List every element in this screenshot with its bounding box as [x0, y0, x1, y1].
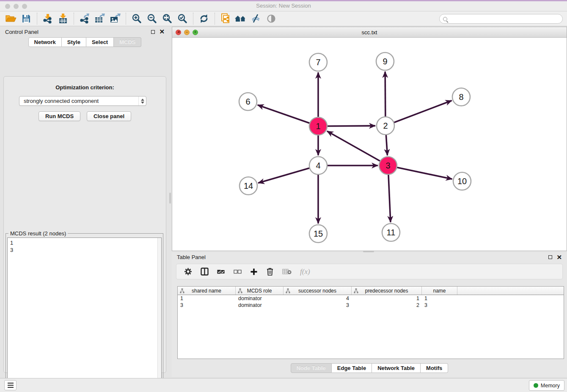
- export-table-icon[interactable]: [92, 12, 107, 25]
- graph-edge-1-6[interactable]: [258, 105, 318, 126]
- import-network-icon[interactable]: [40, 12, 55, 25]
- tab-node-table[interactable]: Node Table: [291, 363, 332, 373]
- tab-select[interactable]: Select: [86, 37, 114, 47]
- column-header-successor-nodes[interactable]: successor nodes: [284, 287, 352, 295]
- task-history-button[interactable]: [4, 380, 17, 390]
- close-panel-button[interactable]: Close panel: [87, 111, 131, 121]
- task-list-icon: [8, 383, 14, 388]
- save-session-icon[interactable]: [19, 12, 34, 25]
- zoom-selected-icon[interactable]: [175, 12, 190, 25]
- graph-node-label-8: 8: [459, 92, 463, 102]
- show-all-icon[interactable]: [264, 12, 279, 25]
- graph-node-label-4: 4: [316, 161, 320, 170]
- table-cell[interactable]: 1: [422, 295, 457, 301]
- show-columns-icon[interactable]: [201, 268, 209, 276]
- table-cell[interactable]: dominator: [236, 295, 284, 301]
- mcds-panel: Optimization criterion: strongly connect…: [3, 76, 166, 373]
- column-header-name[interactable]: name: [422, 287, 457, 295]
- network-window-title: scc.txt: [362, 29, 377, 36]
- tab-network-table[interactable]: Network Table: [372, 363, 421, 373]
- column-header-MCDS-role[interactable]: MCDS role: [236, 287, 284, 295]
- minimize-window-icon[interactable]: −: [184, 30, 190, 35]
- tab-edge-table[interactable]: Edge Table: [332, 363, 372, 373]
- float-panel-icon[interactable]: [151, 30, 155, 34]
- clone-network-icon[interactable]: [218, 12, 233, 25]
- table-cell[interactable]: 2: [352, 302, 422, 308]
- table-settings-icon[interactable]: [184, 268, 192, 276]
- table-cell[interactable]: 3: [284, 302, 352, 308]
- table-row[interactable]: 1dominator411: [178, 295, 564, 302]
- close-table-panel-icon[interactable]: ✕: [556, 255, 562, 259]
- column-header-filler: [457, 287, 564, 295]
- vertical-split-handle[interactable]: [169, 193, 171, 204]
- graph-node-label-15: 15: [314, 229, 323, 238]
- node-table-body: 1dominator4113dominator323: [178, 295, 564, 309]
- mcds-result-area[interactable]: 1 3: [7, 237, 162, 392]
- function-builder-icon: f(x): [300, 268, 310, 276]
- zoom-in-icon[interactable]: [129, 12, 144, 25]
- zoom-fit-icon[interactable]: [160, 12, 175, 25]
- select-all-rows-icon[interactable]: [217, 269, 225, 275]
- memory-button[interactable]: Memory: [529, 380, 564, 391]
- result-scrollbar[interactable]: [157, 238, 161, 392]
- tab-style[interactable]: Style: [62, 37, 86, 47]
- table-panel: Table Panel ✕ f(x) shared nameMCDS rol: [172, 252, 567, 377]
- column-header-predecessor-nodes[interactable]: predecessor nodes: [352, 287, 422, 295]
- network-window-titlebar[interactable]: ✕ − + scc.txt: [172, 27, 567, 38]
- optimization-criterion-select[interactable]: strongly connected component: [19, 96, 146, 106]
- add-row-icon[interactable]: [250, 268, 258, 276]
- table-cell[interactable]: dominator: [236, 302, 284, 308]
- search-icon: [443, 17, 447, 21]
- graph-edge-3-10[interactable]: [388, 166, 452, 179]
- zoom-out-icon[interactable]: [144, 12, 160, 25]
- tab-mcds[interactable]: MCDS: [114, 37, 141, 47]
- column-header-shared-name[interactable]: shared name: [178, 287, 236, 295]
- table-cell[interactable]: 1: [178, 295, 236, 301]
- node-table-header: shared nameMCDS rolesuccessor nodesprede…: [178, 287, 564, 295]
- deselect-all-rows-icon[interactable]: [234, 269, 242, 275]
- hide-selected-icon[interactable]: [248, 12, 264, 25]
- graph-node-label-7: 7: [316, 58, 320, 67]
- graph-node-label-3: 3: [385, 161, 390, 170]
- import-table-icon[interactable]: [55, 12, 71, 25]
- tab-motifs[interactable]: Motifs: [421, 363, 448, 373]
- graph-edge-3-1[interactable]: [327, 131, 388, 166]
- table-cell[interactable]: 3: [178, 302, 236, 308]
- graph-edge-2-8[interactable]: [385, 101, 452, 126]
- close-panel-icon[interactable]: ✕: [159, 30, 165, 34]
- session-title: Session: New Session: [0, 3, 567, 9]
- node-table: shared nameMCDS rolesuccessor nodesprede…: [177, 286, 564, 359]
- graph-node-label-2: 2: [383, 121, 388, 130]
- graph-node-label-14: 14: [244, 181, 253, 190]
- home-icon[interactable]: [233, 12, 248, 25]
- search-field[interactable]: [447, 16, 562, 22]
- refresh-layout-icon[interactable]: [196, 12, 212, 25]
- run-mcds-button[interactable]: Run MCDS: [39, 111, 80, 121]
- maximize-window-icon[interactable]: +: [193, 30, 198, 35]
- open-session-icon[interactable]: [3, 12, 19, 25]
- table-cell[interactable]: 1: [352, 295, 422, 301]
- tab-network[interactable]: Network: [28, 37, 62, 47]
- export-image-icon[interactable]: [107, 12, 123, 25]
- table-cell[interactable]: 4: [284, 295, 352, 301]
- dropdown-stepper-icon: [138, 97, 146, 105]
- graph-node-label-9: 9: [383, 57, 387, 66]
- graph-node-label-6: 6: [245, 97, 250, 106]
- export-network-icon[interactable]: [77, 12, 92, 25]
- table-row[interactable]: 3dominator323: [178, 302, 564, 309]
- float-table-panel-icon[interactable]: [548, 255, 552, 259]
- table-cell[interactable]: 3: [422, 302, 457, 308]
- memory-label: Memory: [541, 383, 560, 389]
- network-canvas-svg[interactable]: 7968124314101511: [172, 38, 567, 251]
- search-input[interactable]: [439, 14, 563, 24]
- control-panel: Control Panel ✕ NetworkStyleSelectMCDS O…: [0, 26, 170, 378]
- delete-row-icon[interactable]: [266, 268, 274, 276]
- table-toolbar: f(x): [176, 264, 563, 279]
- delete-table-icon: [282, 268, 292, 275]
- control-panel-tabs: NetworkStyleSelectMCDS: [0, 37, 170, 47]
- close-window-icon[interactable]: ✕: [176, 30, 181, 35]
- table-tabs: Node TableEdge TableNetwork TableMotifs: [172, 363, 567, 373]
- status-bar: Memory: [0, 378, 567, 392]
- graph-node-label-1: 1: [316, 121, 320, 131]
- control-panel-title: Control Panel: [5, 29, 151, 35]
